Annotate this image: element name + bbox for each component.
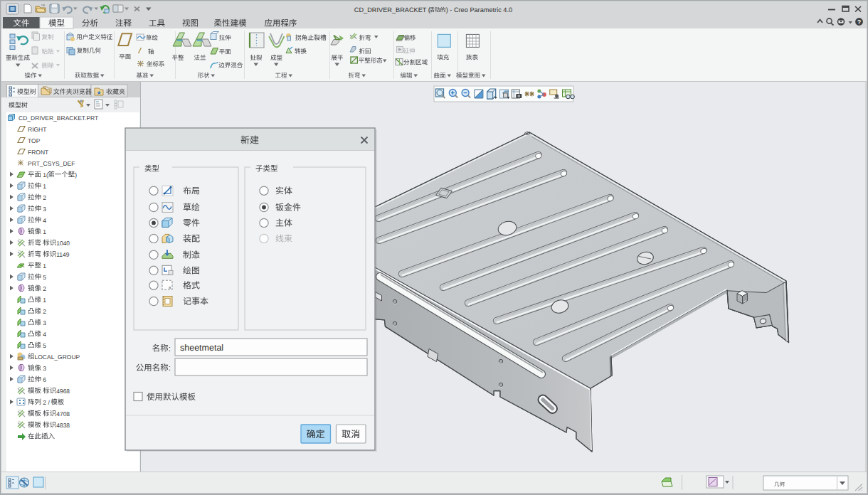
svg-text:PRT_CSYS_DEF: PRT_CSYS_DEF (28, 160, 75, 167)
svg-text:1(: 1( (41, 171, 48, 179)
svg-text:?: ? (857, 18, 861, 26)
svg-text:4: 4 (41, 331, 46, 338)
svg-text:3: 3 (41, 365, 46, 372)
svg-text:2: 2 (41, 194, 46, 201)
svg-text:4968: 4968 (56, 388, 70, 395)
svg-text:2: 2 (41, 285, 46, 292)
svg-text:1: 1 (41, 262, 46, 270)
svg-text:5: 5 (41, 274, 46, 281)
svg-text:1: 1 (41, 183, 46, 190)
svg-text:4708: 4708 (56, 410, 70, 417)
svg-text:): ) (75, 171, 77, 179)
svg-text:1149: 1149 (56, 251, 70, 258)
svg-text:1040: 1040 (56, 240, 70, 247)
svg-text:5: 5 (41, 342, 46, 349)
svg-text:1: 1 (41, 228, 46, 235)
svg-text:) - Creo Parametric 4.0: ) - Creo Parametric 4.0 (446, 6, 512, 14)
svg-text:2 /: 2 / (41, 399, 51, 406)
svg-text:RIGHT: RIGHT (28, 126, 46, 133)
svg-text:4: 4 (41, 217, 46, 224)
svg-text:1: 1 (41, 297, 46, 304)
svg-text::: : (169, 364, 171, 373)
svg-text:sheetmetal: sheetmetal (180, 343, 223, 353)
svg-text:3: 3 (41, 206, 46, 213)
svg-text:CD_DRIVER_BRACKET (: CD_DRIVER_BRACKET ( (354, 6, 430, 14)
svg-text::: : (169, 345, 171, 353)
svg-text:4838: 4838 (56, 422, 70, 429)
svg-text:TOP: TOP (28, 137, 41, 144)
svg-text:★: ★ (96, 90, 101, 96)
svg-text:2: 2 (41, 308, 46, 315)
svg-text:CD_DRIVER_BRACKET.PRT: CD_DRIVER_BRACKET.PRT (18, 115, 98, 122)
svg-text:LOCAL_GROUP: LOCAL_GROUP (35, 353, 80, 361)
svg-text:FRONT: FRONT (28, 149, 48, 156)
svg-text:6: 6 (41, 376, 46, 383)
svg-text:3: 3 (41, 319, 46, 326)
